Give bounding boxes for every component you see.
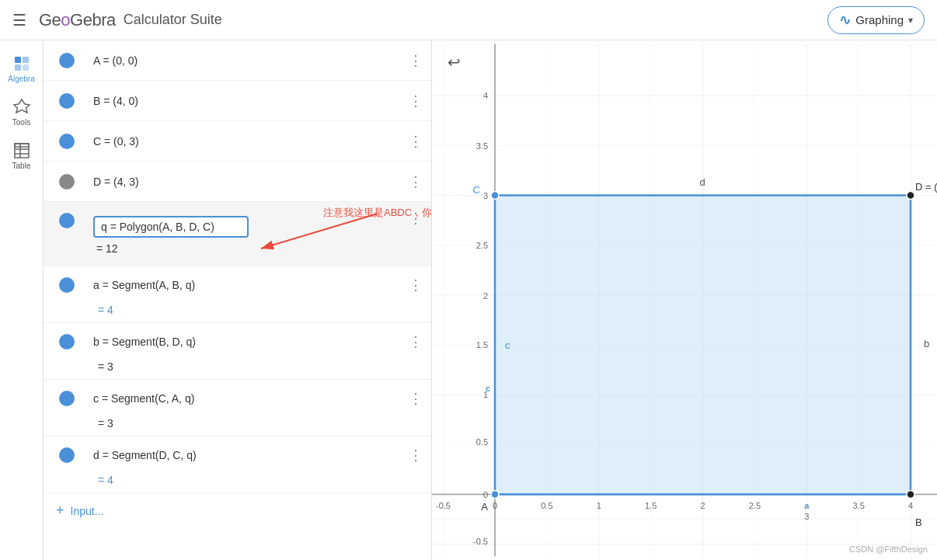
dot-d <box>59 447 75 463</box>
table-icon <box>12 141 31 160</box>
svg-rect-1 <box>23 57 29 63</box>
menu-B[interactable]: ⋮ <box>400 92 431 110</box>
sidebar-item-algebra[interactable]: Algebra <box>3 48 40 89</box>
sidebar-item-table[interactable]: Table <box>3 135 40 176</box>
sidebar-item-tools[interactable]: Tools <box>3 92 40 132</box>
dot-area-d[interactable] <box>44 447 90 463</box>
logo: GeoGebra Calculator Suite <box>39 10 222 30</box>
formula-c: c = Segment(C, A, q) <box>93 392 194 405</box>
dot-area-A[interactable] <box>44 53 90 68</box>
dot-D <box>59 174 75 190</box>
svg-text:3: 3 <box>483 191 488 200</box>
dot-area-C[interactable] <box>44 134 90 149</box>
dot-area-B[interactable] <box>44 93 90 109</box>
dot-B <box>59 93 75 109</box>
dot-area-q[interactable] <box>44 210 90 228</box>
logo-text: GeoGebra <box>39 10 116 30</box>
sidebar: Algebra Tools Table <box>0 40 44 560</box>
row-a: a = Segment(A, B, q) ⋮ = 4 <box>44 266 431 323</box>
label-A-graph: A <box>481 501 488 513</box>
label-d: d <box>699 176 705 188</box>
dot-C <box>59 134 75 149</box>
svg-text:-0.5: -0.5 <box>473 537 488 546</box>
point-C[interactable] <box>491 192 499 200</box>
main-layout: Algebra Tools Table A <box>0 40 937 560</box>
menu-c[interactable]: ⋮ <box>400 390 431 407</box>
point-D[interactable] <box>907 192 914 200</box>
content-A: A = (0, 0) <box>90 48 400 73</box>
svg-text:4: 4 <box>483 91 488 100</box>
formula-A: A = (0, 0) <box>93 54 138 67</box>
svg-text:4: 4 <box>908 501 913 510</box>
label-b: b <box>924 338 929 350</box>
tools-label: Tools <box>12 118 30 127</box>
dot-area-c[interactable] <box>44 391 90 406</box>
content-q: q = Polygon(A, B, D, C) = 12 <box>90 210 400 261</box>
point-A[interactable] <box>491 491 499 499</box>
row-A: A = (0, 0) ⋮ <box>44 40 431 81</box>
formula-a: a = Segment(A, B, q) <box>93 279 195 291</box>
svg-text:0.5: 0.5 <box>476 437 488 447</box>
svg-text:0.5: 0.5 <box>541 501 552 510</box>
label-B-graph: B <box>915 517 922 528</box>
svg-text:3.5: 3.5 <box>852 501 864 510</box>
svg-text:3: 3 <box>804 512 809 521</box>
dot-area-a[interactable] <box>44 277 90 293</box>
formula-d: d = Segment(D, C, q) <box>93 449 197 461</box>
dot-b <box>59 334 75 350</box>
dot-area-D[interactable] <box>44 174 90 190</box>
svg-text:2: 2 <box>700 501 705 510</box>
content-a-formula: a = Segment(A, B, q) <box>90 273 400 297</box>
algebra-label: Algebra <box>8 75 34 83</box>
row-c: c = Segment(C, A, q) ⋮ = 3 <box>44 380 431 437</box>
graphing-icon: ∿ <box>839 12 851 29</box>
content-d-formula: d = Segment(D, C, q) <box>90 443 400 468</box>
input-label[interactable]: Input... <box>71 505 104 517</box>
row-D: D = (4, 3) ⋮ <box>44 162 431 202</box>
svg-marker-59 <box>495 196 911 495</box>
menu-q[interactable]: ⋮ <box>400 210 431 227</box>
menu-icon[interactable]: ☰ <box>12 11 26 30</box>
formula-C: C = (0, 3) <box>93 135 139 148</box>
menu-a[interactable]: ⋮ <box>400 277 431 294</box>
label-C-graph: C <box>473 184 480 196</box>
formula-b: b = Segment(B, D, q) <box>93 336 196 348</box>
svg-text:c: c <box>486 384 490 393</box>
app-header: ☰ GeoGebra Calculator Suite ∿ Graphing ▾ <box>0 0 937 40</box>
point-B[interactable] <box>907 491 914 499</box>
add-icon: + <box>56 503 64 519</box>
graph-area: ↩ <box>432 40 937 560</box>
undo-button[interactable]: ↩ <box>440 48 468 76</box>
table-label: Table <box>12 162 31 170</box>
menu-d[interactable]: ⋮ <box>400 447 431 464</box>
svg-text:a: a <box>804 501 810 510</box>
tools-icon <box>12 98 31 117</box>
formula-B: B = (4, 0) <box>93 95 138 107</box>
row-d: d = Segment(D, C, q) ⋮ = 4 <box>44 437 431 493</box>
row-b: b = Segment(B, D, q) ⋮ = 3 <box>44 323 431 380</box>
menu-D[interactable]: ⋮ <box>400 173 431 190</box>
input-box-q[interactable]: q = Polygon(A, B, D, C) <box>93 216 249 238</box>
chevron-down-icon: ▾ <box>908 15 913 26</box>
menu-A[interactable]: ⋮ <box>400 52 431 69</box>
content-D: D = (4, 3) <box>90 169 400 194</box>
svg-rect-5 <box>15 144 29 158</box>
graphing-button[interactable]: ∿ Graphing ▾ <box>827 6 925 34</box>
menu-b[interactable]: ⋮ <box>400 333 431 350</box>
graph-svg: 0 0.5 1 1.5 2 2.5 a 3 3.5 4 -0.5 0 0.5 1… <box>432 40 937 560</box>
content-B: B = (4, 0) <box>90 89 400 113</box>
svg-rect-0 <box>15 57 21 63</box>
menu-C[interactable]: ⋮ <box>400 133 431 150</box>
suite-text: Calculator Suite <box>124 12 222 28</box>
svg-text:3.5: 3.5 <box>476 141 488 151</box>
dot-area-b[interactable] <box>44 334 90 350</box>
content-b-formula: b = Segment(B, D, q) <box>90 329 400 354</box>
algebra-icon <box>12 54 31 73</box>
watermark: CSDN @FifthDesign <box>849 544 928 554</box>
value-a: = 4 <box>44 304 431 322</box>
svg-text:0: 0 <box>493 501 497 510</box>
value-c: = 3 <box>44 417 431 436</box>
dot-q <box>59 213 75 228</box>
content-c-formula: c = Segment(C, A, q) <box>90 386 400 411</box>
input-row[interactable]: + Input... <box>44 493 431 528</box>
